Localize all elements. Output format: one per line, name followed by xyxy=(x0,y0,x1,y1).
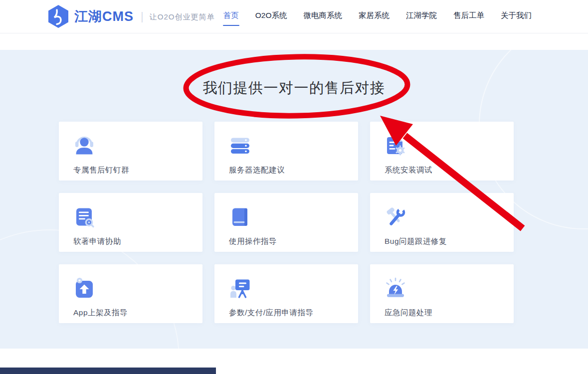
brand-name: 江湖CMS xyxy=(74,7,134,25)
card-label: 应急问题处理 xyxy=(385,308,514,318)
nav-item-o2o-system[interactable]: O2O系统 xyxy=(255,7,288,26)
card-emergency[interactable]: 应急问题处理 xyxy=(370,264,514,323)
after-sales-section: 我们提供一对一的售后对接 专属售后钉钉群 服务器选配建议 xyxy=(0,50,588,349)
card-server-advice[interactable]: 服务器选配建议 xyxy=(214,122,358,181)
nav-item-home[interactable]: 首页 xyxy=(223,7,239,26)
nav-item-academy[interactable]: 江湖学院 xyxy=(405,7,437,26)
brand-divider: | xyxy=(141,10,144,23)
card-label: 专属售后钉钉群 xyxy=(73,165,202,176)
service-card-grid: 专属售后钉钉群 服务器选配建议 xyxy=(59,122,514,323)
server-icon xyxy=(229,135,251,157)
repair-tools-icon xyxy=(385,206,406,228)
brand-logo[interactable]: 江湖CMS | 让O2O创业更简单 xyxy=(47,4,214,28)
card-label: 服务器选配建议 xyxy=(229,165,358,176)
brand-tagline: 让O2O创业更简单 xyxy=(150,11,215,22)
emergency-alarm-icon xyxy=(385,277,406,299)
nav-item-micro-ecommerce[interactable]: 微电商系统 xyxy=(303,7,343,26)
footer-strip xyxy=(0,368,216,374)
card-apply-guide[interactable]: 参数/支付/应用申请指导 xyxy=(214,264,358,323)
system-setup-icon xyxy=(385,135,406,157)
card-usage-guide[interactable]: 使用操作指导 xyxy=(214,193,358,252)
nav-item-home-furnishing[interactable]: 家居系统 xyxy=(358,7,390,26)
card-label: 使用操作指导 xyxy=(229,236,358,247)
section-title: 我们提供一对一的售后对接 xyxy=(0,78,588,98)
app-upload-icon xyxy=(73,277,95,299)
card-bug-fix[interactable]: Bug问题跟进修复 xyxy=(370,193,514,252)
card-label: Bug问题跟进修复 xyxy=(385,236,514,247)
card-label: App上架及指导 xyxy=(73,308,202,318)
support-agent-icon xyxy=(73,135,95,157)
card-system-install[interactable]: 系统安装调试 xyxy=(370,122,514,181)
hexagon-logo-icon xyxy=(47,4,69,28)
guide-book-icon xyxy=(229,206,251,228)
presentation-icon xyxy=(229,277,251,299)
card-label: 软著申请协助 xyxy=(73,236,202,247)
card-app-publish[interactable]: App上架及指导 xyxy=(59,264,202,323)
card-label: 参数/支付/应用申请指导 xyxy=(229,308,358,318)
card-software-copyright[interactable]: 软著申请协助 xyxy=(59,193,202,252)
nav-item-about-us[interactable]: 关于我们 xyxy=(500,7,532,26)
main-nav: 首页 O2O系统 微电商系统 家居系统 江湖学院 售后工单 关于我们 xyxy=(223,7,532,26)
document-search-icon xyxy=(73,206,95,228)
top-navbar: 江湖CMS | 让O2O创业更简单 首页 O2O系统 微电商系统 家居系统 江湖… xyxy=(0,0,588,33)
card-dingtalk-group[interactable]: 专属售后钉钉群 xyxy=(59,122,202,181)
card-label: 系统安装调试 xyxy=(385,165,514,176)
nav-item-work-order[interactable]: 售后工单 xyxy=(453,7,485,26)
